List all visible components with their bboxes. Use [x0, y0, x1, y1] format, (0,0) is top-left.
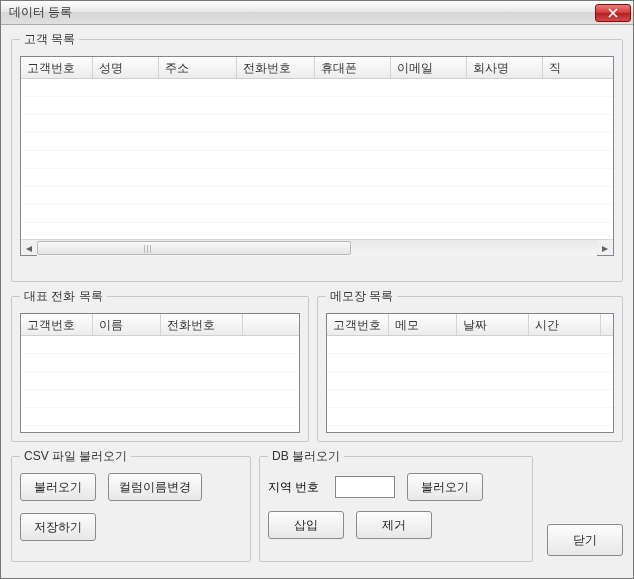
phones-columns: 고객번호 이름 전화번호 — [21, 314, 299, 336]
col-memo-time[interactable]: 시간 — [529, 314, 601, 335]
window-close-button[interactable] — [595, 4, 631, 22]
col-memo-spacer[interactable] — [601, 314, 613, 335]
scroll-left-icon[interactable]: ◂ — [21, 240, 37, 256]
col-phone-name[interactable]: 이름 — [93, 314, 161, 335]
close-button[interactable]: 닫기 — [547, 524, 623, 556]
titlebar: 데이터 등록 — [1, 1, 633, 25]
col-memo-text[interactable]: 메모 — [389, 314, 457, 335]
customers-hscroll[interactable]: ◂ ▸ — [21, 239, 613, 255]
db-load-button[interactable]: 불러오기 — [407, 473, 483, 501]
csv-rename-columns-button[interactable]: 컬럼이름변경 — [108, 473, 202, 501]
customers-group: 고객 목록 고객번호 성명 주소 전화번호 휴대폰 이메일 회사명 직 ◂ — [11, 31, 623, 282]
col-phone-custid[interactable]: 고객번호 — [21, 314, 93, 335]
db-insert-button[interactable]: 삽입 — [268, 511, 344, 539]
db-legend: DB 불러오기 — [268, 448, 344, 465]
col-customer-id[interactable]: 고객번호 — [21, 57, 93, 78]
area-code-label: 지역 번호 — [268, 479, 319, 496]
customers-legend: 고객 목록 — [20, 31, 79, 48]
col-customer-name[interactable]: 성명 — [93, 57, 159, 78]
col-customer-phone[interactable]: 전화번호 — [237, 57, 315, 78]
client-area: 고객 목록 고객번호 성명 주소 전화번호 휴대폰 이메일 회사명 직 ◂ — [1, 25, 633, 578]
scroll-right-icon[interactable]: ▸ — [597, 240, 613, 256]
phones-list[interactable]: 고객번호 이름 전화번호 — [20, 313, 300, 433]
bottom-row: CSV 파일 불러오기 불러오기 컬럼이름변경 저장하기 DB 불러오기 지역 … — [11, 448, 623, 568]
customers-body — [21, 79, 613, 239]
col-memo-custid[interactable]: 고객번호 — [327, 314, 389, 335]
db-group: DB 불러오기 지역 번호 불러오기 삽입 제거 — [259, 448, 533, 562]
csv-group: CSV 파일 불러오기 불러오기 컬럼이름변경 저장하기 — [11, 448, 251, 562]
memos-list[interactable]: 고객번호 메모 날짜 시간 — [326, 313, 614, 433]
col-phone-number[interactable]: 전화번호 — [161, 314, 243, 335]
memos-body — [327, 336, 613, 432]
window-title: 데이터 등록 — [9, 4, 595, 21]
area-code-input[interactable] — [335, 476, 395, 498]
csv-legend: CSV 파일 불러오기 — [20, 448, 131, 465]
dialog-window: 데이터 등록 고객 목록 고객번호 성명 주소 전화번호 휴대폰 이메일 회사명… — [0, 0, 634, 579]
scroll-thumb[interactable] — [37, 241, 351, 255]
mid-row: 대표 전화 목록 고객번호 이름 전화번호 메모장 목록 고객번호 — [11, 288, 623, 448]
col-customer-email[interactable]: 이메일 — [391, 57, 467, 78]
customers-list[interactable]: 고객번호 성명 주소 전화번호 휴대폰 이메일 회사명 직 ◂ — [20, 56, 614, 256]
csv-load-button[interactable]: 불러오기 — [20, 473, 96, 501]
phones-body — [21, 336, 299, 432]
scroll-grip-icon — [144, 245, 152, 253]
col-customer-mobile[interactable]: 휴대폰 — [315, 57, 391, 78]
memos-group: 메모장 목록 고객번호 메모 날짜 시간 — [317, 288, 623, 442]
col-phone-spacer[interactable] — [243, 314, 299, 335]
csv-save-button[interactable]: 저장하기 — [20, 513, 96, 541]
db-delete-button[interactable]: 제거 — [356, 511, 432, 539]
memos-legend: 메모장 목록 — [326, 288, 397, 305]
close-column: 닫기 — [541, 448, 623, 568]
phones-group: 대표 전화 목록 고객번호 이름 전화번호 — [11, 288, 309, 442]
col-customer-company[interactable]: 회사명 — [467, 57, 543, 78]
col-customer-job[interactable]: 직 — [543, 57, 613, 78]
phones-legend: 대표 전화 목록 — [20, 288, 107, 305]
col-customer-address[interactable]: 주소 — [159, 57, 237, 78]
close-icon — [608, 8, 618, 18]
scroll-track[interactable] — [37, 240, 597, 256]
memos-columns: 고객번호 메모 날짜 시간 — [327, 314, 613, 336]
col-memo-date[interactable]: 날짜 — [457, 314, 529, 335]
customers-columns: 고객번호 성명 주소 전화번호 휴대폰 이메일 회사명 직 — [21, 57, 613, 79]
